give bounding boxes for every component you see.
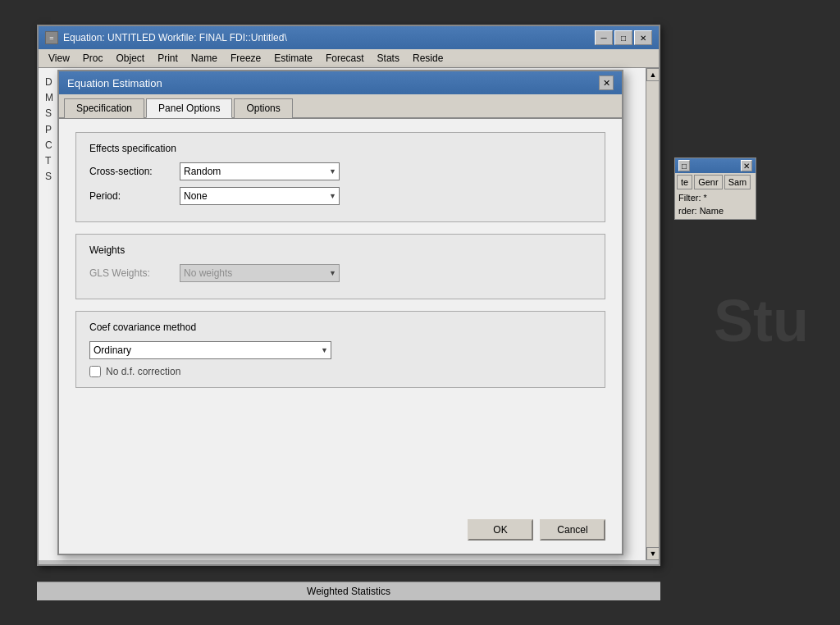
coef-label: Coef covariance method	[89, 322, 591, 333]
period-label: Period:	[89, 190, 180, 202]
minimize-button[interactable]: ─	[595, 30, 613, 45]
background-text: Stu	[714, 287, 809, 354]
close-button[interactable]: ✕	[634, 30, 652, 45]
side-minimize-button[interactable]: □	[678, 160, 690, 171]
main-menubar: View Proc Object Print Name Freeze Estim…	[39, 49, 659, 68]
side-panel-buttons: te Genr Sam	[677, 175, 754, 189]
dialog-overlay: Equation Estimation ✕ Specification Pane…	[57, 70, 632, 513]
menu-object[interactable]: Object	[109, 51, 151, 66]
tab-specification[interactable]: Specification	[64, 98, 144, 118]
menu-print[interactable]: Print	[151, 51, 185, 66]
cross-section-select-wrapper: None Fixed Random	[180, 162, 340, 180]
main-titlebar: = Equation: UNTITLED Workfile: FINAL FDI…	[39, 26, 659, 49]
menu-view[interactable]: View	[42, 51, 76, 66]
coef-method-row: Ordinary White cross-section White perio…	[89, 341, 591, 359]
maximize-button[interactable]: □	[614, 30, 632, 45]
side-btn-genr[interactable]: Genr	[694, 175, 722, 189]
period-select[interactable]: None Fixed Random	[180, 187, 340, 205]
side-close-button[interactable]: ✕	[741, 160, 752, 171]
menu-name[interactable]: Name	[185, 51, 224, 66]
cross-section-row: Cross-section: None Fixed Random	[89, 162, 591, 180]
coef-covariance-section: Coef covariance method Ordinary White cr…	[75, 311, 605, 388]
window-icon: =	[45, 31, 58, 44]
window-title: Equation: UNTITLED Workfile: FINAL FDI::…	[63, 32, 287, 43]
cross-section-select[interactable]: None Fixed Random	[180, 162, 340, 180]
vertical-scrollbar[interactable]: ▲ ▼	[646, 68, 659, 560]
menu-forecast[interactable]: Forecast	[319, 51, 371, 66]
effects-label: Effects specification	[89, 143, 591, 154]
title-area: = Equation: UNTITLED Workfile: FINAL FDI…	[45, 31, 287, 44]
scroll-down-button[interactable]: ▼	[646, 547, 660, 560]
cross-section-label: Cross-section:	[89, 166, 180, 177]
gls-weights-row: GLS Weights: No weights Cross-section we…	[89, 264, 591, 282]
gls-label: GLS Weights:	[89, 267, 180, 279]
side-panel-content: te Genr Sam Filter: * rder: Name	[675, 173, 756, 219]
tab-options[interactable]: Options	[234, 98, 292, 118]
menu-proc[interactable]: Proc	[76, 51, 110, 66]
menu-reside[interactable]: Reside	[406, 51, 450, 66]
ok-button[interactable]: OK	[468, 519, 533, 541]
no-df-correction-checkbox[interactable]	[89, 366, 101, 377]
gls-select-wrapper: No weights Cross-section weights Period …	[180, 264, 340, 282]
coef-method-select[interactable]: Ordinary White cross-section White perio…	[89, 341, 331, 359]
dialog-titlebar: Equation Estimation ✕	[59, 71, 622, 94]
side-panel-titlebar: □ ✕	[675, 158, 756, 173]
period-select-wrapper: None Fixed Random	[180, 187, 340, 205]
tab-panel-options[interactable]: Panel Options	[146, 98, 232, 118]
menu-estimate[interactable]: Estimate	[267, 51, 319, 66]
weights-section: Weights GLS Weights: No weights Cross-se…	[75, 234, 605, 299]
equation-estimation-dialog: Equation Estimation ✕ Specification Pane…	[57, 70, 623, 555]
no-df-correction-row: No d.f. correction	[89, 366, 591, 377]
weights-label: Weights	[89, 244, 591, 256]
side-btn-te[interactable]: te	[677, 175, 692, 189]
effects-specification-section: Effects specification Cross-section: Non…	[75, 132, 605, 222]
gls-weights-select[interactable]: No weights Cross-section weights Period …	[180, 264, 340, 282]
dialog-close-button[interactable]: ✕	[599, 75, 614, 90]
scroll-up-button[interactable]: ▲	[646, 68, 660, 81]
dialog-title: Equation Estimation	[67, 77, 162, 89]
no-df-correction-label: No d.f. correction	[106, 366, 180, 377]
dialog-footer: OK Cancel	[59, 513, 622, 554]
order-text: rder: Name	[677, 204, 754, 217]
window-controls: ─ □ ✕	[595, 30, 652, 45]
side-btn-sam[interactable]: Sam	[724, 175, 751, 189]
dialog-body: Effects specification Cross-section: Non…	[59, 119, 622, 513]
menu-stats[interactable]: Stats	[371, 51, 406, 66]
filter-text: Filter: *	[677, 191, 754, 204]
coef-method-select-wrapper: Ordinary White cross-section White perio…	[89, 341, 331, 359]
bottom-bar: Weighted Statistics	[37, 582, 660, 600]
cancel-button[interactable]: Cancel	[540, 519, 605, 541]
menu-freeze[interactable]: Freeze	[224, 51, 267, 66]
period-row: Period: None Fixed Random	[89, 187, 591, 205]
tab-bar: Specification Panel Options Options	[59, 94, 622, 119]
bottom-bar-text: Weighted Statistics	[307, 586, 390, 597]
side-panel: □ ✕ te Genr Sam Filter: * rder: Name	[674, 157, 756, 220]
